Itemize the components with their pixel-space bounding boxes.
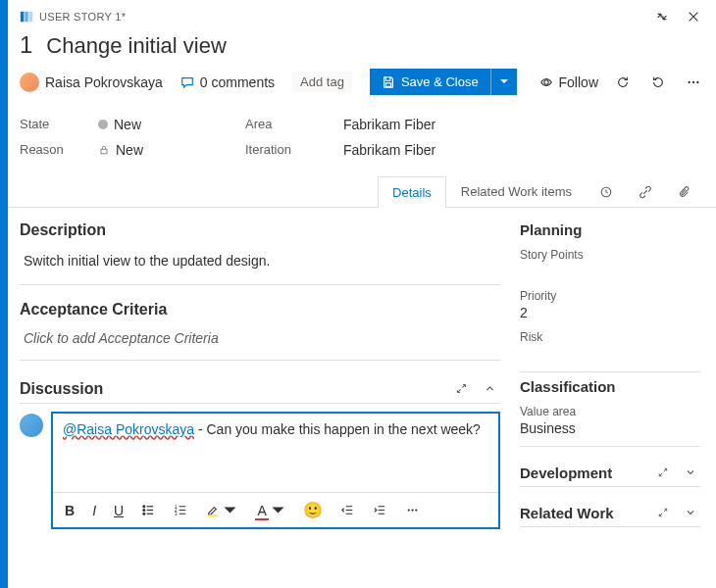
reason-field[interactable]: New (98, 142, 226, 158)
chevron-down-icon[interactable] (681, 503, 700, 522)
related-work-heading: Related Work (520, 505, 614, 521)
mention[interactable]: @Raisa Pokrovskaya (63, 421, 194, 437)
priority-label: Priority (520, 289, 700, 303)
close-icon[interactable] (683, 6, 704, 27)
divider (20, 360, 500, 361)
outdent-button[interactable] (338, 501, 357, 519)
work-item-id: 1 (20, 31, 32, 59)
chevron-down-icon[interactable] (681, 463, 700, 482)
svg-point-6 (692, 80, 694, 82)
planning-heading: Planning (520, 221, 700, 238)
expand-icon[interactable] (653, 463, 673, 482)
svg-point-7 (696, 80, 698, 82)
svg-rect-3 (385, 82, 390, 86)
story-points-field[interactable] (520, 264, 700, 279)
acceptance-heading: Acceptance Criteria (20, 301, 500, 318)
work-item-type-label: USER STORY 1* (39, 11, 126, 23)
divider (20, 284, 500, 285)
svg-point-4 (543, 79, 547, 83)
risk-label: Risk (520, 330, 700, 344)
discussion-heading: Discussion (20, 380, 103, 398)
svg-rect-1 (25, 12, 28, 23)
discussion-editor[interactable]: @Raisa Pokrovskaya - Can you make this h… (51, 412, 500, 529)
save-close-button[interactable]: Save & Close (370, 69, 490, 95)
svg-rect-8 (101, 149, 107, 154)
svg-point-17 (408, 509, 410, 511)
work-item-title[interactable]: Change initial view (46, 33, 226, 59)
svg-rect-2 (29, 12, 33, 23)
expand-icon[interactable] (451, 378, 472, 399)
svg-rect-0 (21, 12, 25, 23)
italic-button[interactable]: I (90, 501, 98, 520)
reason-label: Reason (20, 142, 78, 158)
tab-history-icon[interactable] (587, 175, 626, 207)
more-formatting-icon[interactable] (403, 501, 422, 519)
chevron-up-icon[interactable] (480, 378, 500, 399)
svg-point-5 (688, 80, 690, 82)
description-heading: Description (20, 221, 500, 239)
risk-field[interactable] (520, 346, 700, 362)
classification-heading: Classification (520, 378, 700, 395)
assignee-name: Raisa Pokrovskaya (45, 74, 163, 90)
iteration-label: Iteration (245, 142, 324, 158)
priority-field[interactable]: 2 (520, 305, 700, 320)
area-field[interactable]: Fabrikam Fiber (343, 117, 704, 132)
value-area-label: Value area (520, 405, 700, 418)
svg-point-11 (143, 510, 145, 512)
comment-icon (180, 75, 194, 89)
highlight-button[interactable] (204, 501, 239, 519)
work-item-type-icon (20, 10, 33, 24)
development-heading: Development (520, 465, 612, 481)
comments-count[interactable]: 0 comments (180, 74, 275, 90)
tab-related-work-items[interactable]: Related Work items (446, 175, 587, 207)
state-dot-icon (98, 120, 108, 129)
emoji-button[interactable]: 🙂 (301, 499, 325, 521)
bullet-list-button[interactable] (139, 501, 158, 519)
refresh-icon[interactable] (612, 72, 634, 93)
restore-window-icon[interactable] (651, 6, 673, 27)
svg-point-19 (415, 509, 417, 511)
follow-icon (539, 75, 553, 89)
follow-button[interactable]: Follow (539, 74, 598, 90)
tab-details[interactable]: Details (378, 176, 446, 208)
bold-button[interactable]: B (63, 501, 77, 520)
assignee-picker[interactable]: Raisa Pokrovskaya (20, 73, 163, 92)
add-tag-button[interactable]: Add tag (292, 72, 352, 92)
save-icon (382, 75, 395, 89)
save-close-split-button: Save & Close (370, 69, 517, 95)
iteration-field[interactable]: Fabrikam Fiber (343, 142, 704, 158)
avatar (20, 73, 39, 92)
description-field[interactable]: Switch initial view to the updated desig… (20, 247, 500, 274)
numbered-list-button[interactable]: 123 (172, 501, 190, 519)
underline-button[interactable]: U (112, 501, 126, 520)
font-color-button[interactable]: A (253, 501, 287, 520)
acceptance-criteria-field[interactable]: Click to add Acceptance Criteria (20, 326, 500, 350)
area-label: Area (245, 117, 324, 132)
discussion-textarea[interactable]: @Raisa Pokrovskaya - Can you make this h… (53, 414, 498, 492)
state-field[interactable]: New (98, 117, 226, 132)
work-item-color-bar (0, 0, 8, 588)
tab-links-icon[interactable] (626, 175, 665, 207)
more-actions-icon[interactable] (683, 72, 704, 93)
story-points-label: Story Points (520, 248, 700, 262)
expand-icon[interactable] (653, 503, 673, 522)
state-label: State (20, 117, 78, 132)
value-area-field[interactable]: Business (520, 420, 700, 436)
indent-button[interactable] (371, 501, 389, 519)
lock-icon (98, 144, 110, 156)
tab-attachments-icon[interactable] (665, 175, 704, 207)
avatar (20, 414, 43, 437)
svg-point-18 (412, 509, 414, 511)
svg-rect-16 (208, 514, 217, 516)
save-dropdown-button[interactable] (490, 69, 517, 95)
svg-point-12 (143, 513, 145, 514)
svg-text:3: 3 (175, 512, 178, 516)
undo-icon[interactable] (647, 72, 669, 93)
svg-point-10 (143, 506, 145, 508)
editor-toolbar: B I U 123 (53, 492, 498, 527)
